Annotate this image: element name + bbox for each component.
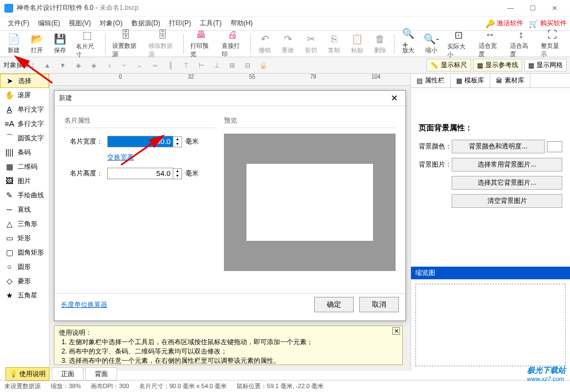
bg-color-button[interactable]: 背景颜色和透明度... xyxy=(452,140,545,153)
chevron-down-icon[interactable]: ▼ xyxy=(173,174,182,179)
bottom-tabs: 💡 使用说明 正面 背面 xyxy=(6,367,117,381)
object-ops-label: 对象操作： xyxy=(3,60,36,70)
bg-color-swatch[interactable] xyxy=(547,141,562,152)
preview-icon: 🖶 xyxy=(195,29,207,41)
preview-area xyxy=(224,134,396,271)
zoomout-button[interactable]: 🔍-缩小 xyxy=(420,32,443,56)
activate-button[interactable]: 🔑激活软件 xyxy=(485,19,523,28)
status-bar: 未设置数据源 缩放：38% 画布DPI：300 名片尺寸：90.0 毫米 x 5… xyxy=(0,380,570,392)
show-grid-toggle[interactable]: ▦显示网格 xyxy=(524,59,567,71)
open-button[interactable]: 📂打开 xyxy=(25,32,48,56)
fitpage-button[interactable]: ⛶整页显示 xyxy=(536,32,568,56)
tool-freehand[interactable]: ✎手绘曲线 xyxy=(0,188,49,202)
buy-button[interactable]: 🛒购买软件 xyxy=(529,19,567,28)
fitheight-button[interactable]: ↕适合高度 xyxy=(506,32,537,56)
cardsize-button[interactable]: ⬚名片尺寸 xyxy=(72,32,103,56)
chevron-up-icon[interactable]: ▲ xyxy=(173,137,182,142)
height-label: 名片高度： xyxy=(64,169,103,178)
height-spinner[interactable]: ▲▼ xyxy=(173,168,182,179)
tab-properties[interactable]: ▤属性栏 xyxy=(411,74,451,87)
list-icon: ▤ xyxy=(416,77,423,85)
instructions-tab[interactable]: 💡 使用说明 xyxy=(6,367,50,381)
menu-file[interactable]: 文件(F) xyxy=(3,17,34,30)
cart-icon: 🛒 xyxy=(529,19,538,28)
menu-help[interactable]: 帮助(H) xyxy=(226,17,257,30)
width-spinner[interactable]: ▲▼ xyxy=(173,136,182,147)
new-dialog: 新建 ✕ 名片属性 名片宽度： ▲▼ 毫米 交换宽高 名片高度： ▲▼ 毫米 预… xyxy=(54,90,406,321)
menu-edit[interactable]: 编辑(E) xyxy=(34,17,64,30)
tool-triangle[interactable]: △三角形 xyxy=(0,217,49,231)
paragraph-icon: ≡A xyxy=(4,119,14,128)
setds-button[interactable]: 🗄设置数据源 xyxy=(108,32,145,56)
tool-pan[interactable]: ✋滚屏 xyxy=(0,88,49,102)
instructions-close-button[interactable]: ✕ xyxy=(392,327,400,335)
menu-print[interactable]: 打印(P) xyxy=(165,17,195,30)
paste-icon: 📋 xyxy=(351,33,363,45)
tab-assets[interactable]: 🏛素材库 xyxy=(490,74,530,87)
status-datasource: 未设置数据源 xyxy=(4,382,41,390)
tool-image[interactable]: 🖼图片 xyxy=(0,174,49,188)
tool-textline[interactable]: A单行文字 xyxy=(0,102,49,117)
tab-front[interactable]: 正面 xyxy=(52,367,84,381)
tool-rect[interactable]: ▭矩形 xyxy=(0,231,49,245)
circle-icon: ○ xyxy=(4,262,14,271)
dialog-titlebar: 新建 ✕ xyxy=(54,91,405,106)
align-left-icon: ⫞ xyxy=(102,59,116,72)
minimize-button[interactable]: — xyxy=(500,1,522,16)
tab-back[interactable]: 背面 xyxy=(85,367,117,381)
bg-common-button[interactable]: 选择常用背景图片... xyxy=(452,158,562,172)
save-button[interactable]: 💾保存 xyxy=(48,32,72,56)
align-right-icon: ⫠ xyxy=(133,59,146,72)
actualsize-button[interactable]: ⊡实际大小 xyxy=(443,32,474,56)
maximize-button[interactable]: ☐ xyxy=(522,1,544,16)
tab-templates[interactable]: ▦模板库 xyxy=(451,74,490,87)
tool-select[interactable]: ➤选择 xyxy=(0,74,49,88)
ok-button[interactable]: 确定 xyxy=(314,297,354,312)
template-icon: ▦ xyxy=(456,77,462,85)
card-props-label: 名片属性 xyxy=(64,116,215,128)
tool-qrcode[interactable]: ▦二维码 xyxy=(0,159,49,174)
layer2-icon: ◈ xyxy=(87,59,100,72)
menu-view[interactable]: 视图(V) xyxy=(64,17,95,30)
tool-panel: ➤选择 ✋滚屏 A单行文字 ≡A多行文字 ⌒圆弧文字 ||||条码 ▦二维码 🖼… xyxy=(0,74,50,371)
dialog-close-button[interactable]: ✕ xyxy=(387,93,401,103)
print-button[interactable]: 🖨直接打印 xyxy=(217,32,249,56)
width-input[interactable] xyxy=(107,136,173,147)
copy-button: ⎘复制 xyxy=(322,32,346,56)
tool-diamond[interactable]: ◇菱形 xyxy=(0,274,49,288)
chevron-down-icon[interactable]: ▼ xyxy=(173,142,182,147)
show-ruler-toggle[interactable]: 📏显示标尺 xyxy=(426,59,471,71)
swap-link[interactable]: 交换宽高 xyxy=(107,153,215,162)
tool-line[interactable]: ─直线 xyxy=(0,202,49,217)
zoomin-button[interactable]: 🔍+放大 xyxy=(397,32,420,56)
save-icon: 💾 xyxy=(54,33,66,45)
qrcode-icon: ▦ xyxy=(4,162,14,171)
tool-ellipse[interactable]: ○圆形 xyxy=(0,260,49,274)
bg-clear-button[interactable]: 清空背景图片 xyxy=(452,194,562,208)
show-guides-toggle[interactable]: ▦显示参考线 xyxy=(473,59,522,71)
menu-tools[interactable]: 工具(T) xyxy=(195,17,226,30)
close-button[interactable]: ✕ xyxy=(544,1,566,16)
dialog-title: 新建 xyxy=(59,93,387,103)
tool-arctext[interactable]: ⌒圆弧文字 xyxy=(0,131,49,145)
bg-other-button[interactable]: 选择其它背景图片... xyxy=(452,176,562,190)
hand-icon: ✋ xyxy=(4,91,14,100)
cancel-button[interactable]: 取消 xyxy=(359,297,399,312)
menu-object[interactable]: 对象(O) xyxy=(95,17,127,30)
tool-roundrect[interactable]: ▢圆角矩形 xyxy=(0,245,49,260)
roundrect-icon: ▢ xyxy=(4,248,14,257)
bg-image-label: 背景图片： xyxy=(419,160,452,169)
unit-converter-link[interactable]: 长度单位换算器 xyxy=(61,300,107,310)
preview-button[interactable]: 🖶打印预览 xyxy=(186,32,217,56)
chevron-up-icon[interactable]: ▲ xyxy=(173,169,182,174)
menu-datasource[interactable]: 数据源(D) xyxy=(127,17,165,30)
app-icon xyxy=(4,4,13,13)
key-icon: 🔑 xyxy=(485,19,495,28)
new-button[interactable]: 📄新建 xyxy=(2,32,25,56)
fitwidth-button[interactable]: ↔适合宽度 xyxy=(474,32,506,56)
tool-barcode[interactable]: ||||条码 xyxy=(0,145,49,159)
tool-star[interactable]: ★五角星 xyxy=(0,288,49,302)
library-icon: 🏛 xyxy=(496,77,502,85)
tool-textmulti[interactable]: ≡A多行文字 xyxy=(0,117,49,131)
height-input[interactable] xyxy=(107,168,173,179)
